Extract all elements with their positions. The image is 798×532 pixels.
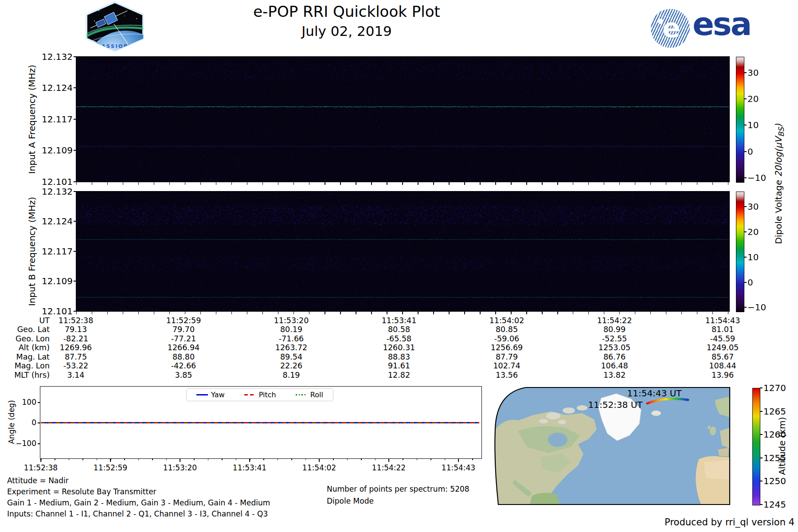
colorbar-tick-label: 20 xyxy=(747,227,759,236)
axis-tick-label: 11:52:59 xyxy=(84,463,137,472)
axis-tick-label: 12.117 xyxy=(35,247,73,256)
ephemeris-cell: 8.19 xyxy=(251,371,331,379)
spectrogram-a-canvas xyxy=(76,57,729,182)
quicklook-figure: CASSIOPE e-POP RRI Quicklook Plot July 0… xyxy=(0,0,798,532)
esa-logo-icon: e xyxy=(651,9,690,48)
ephemeris-cell: 13.82 xyxy=(575,371,654,379)
esa-logo-e: e xyxy=(662,12,681,43)
page-title: e-POP RRI Quicklook Plot xyxy=(169,3,524,20)
colorbar-tick-label: 0 xyxy=(747,147,753,156)
pitch-line-swatch-icon xyxy=(244,394,256,395)
legend-label: Roll xyxy=(310,391,323,399)
table-row: Geo. Lat 79.13 79.70 80.19 80.58 80.85 8… xyxy=(0,325,798,334)
altitude-colorbar-label: Altitude (km) xyxy=(777,417,787,475)
ephemeris-cell: 3.14 xyxy=(36,371,116,379)
ephemeris-cell: 79.70 xyxy=(144,325,223,334)
mode-note: Dipole Mode xyxy=(327,497,374,505)
table-row: Geo. Lon -82.21 -77.21 -71.66 -65.58 -59… xyxy=(0,334,798,344)
ephemeris-cell: 3.85 xyxy=(144,371,223,379)
ephemeris-cell: 106.48 xyxy=(575,361,654,370)
axis-tick-label: 12.132 xyxy=(35,187,73,196)
plot-date: July 02, 2019 xyxy=(169,23,524,39)
table-row: Alt (km) 1269.96 1266.94 1263.72 1260.31… xyxy=(0,343,798,352)
ephemeris-cell: -52.55 xyxy=(575,334,654,343)
axis-tick-label: 11:54:02 xyxy=(293,463,346,472)
track-start-label: 11:52:38 UT xyxy=(588,399,643,410)
ephemeris-cell: 1253.05 xyxy=(575,343,654,352)
ephemeris-cell: 88.83 xyxy=(359,352,439,361)
legend-label: Yaw xyxy=(211,391,224,399)
axis-tick-label: 12.101 xyxy=(35,177,73,186)
ground-track-map: 11:54:43 UT 11:52:38 UT xyxy=(491,387,731,505)
ephemeris-cell: -42.66 xyxy=(144,361,223,370)
colorbar-tick-label: 30 xyxy=(747,68,759,77)
colorbar-tick-label: 30 xyxy=(747,202,759,211)
colorbar-tick-label: 0 xyxy=(747,278,753,287)
colorbar-tick-label: 1265 xyxy=(763,407,786,416)
axis-tick-label: 12.101 xyxy=(35,307,73,316)
colorbar-tick-label: 20 xyxy=(747,94,759,103)
yaw-line-swatch-icon xyxy=(196,394,208,395)
ephemeris-cell: 87.75 xyxy=(36,352,116,361)
axis-tick-label: 11:53:41 xyxy=(223,463,276,472)
ephemeris-cell: 11:52:59 xyxy=(144,316,223,325)
ephemeris-cell: -82.21 xyxy=(36,334,116,343)
ephemeris-cell: 11:53:20 xyxy=(251,316,331,325)
ephemeris-cell: 1263.72 xyxy=(251,343,331,352)
axis-tick-label: 12.132 xyxy=(35,52,73,61)
axis-tick-label: 11:54:43 xyxy=(432,463,485,472)
axis-tick-label: 12.124 xyxy=(35,83,73,92)
ephemeris-cell: 1260.31 xyxy=(359,343,439,352)
roll-line-swatch-icon xyxy=(296,394,307,395)
ephemeris-cell: 89.54 xyxy=(251,352,331,361)
x-minor-ticks xyxy=(76,312,729,314)
ephemeris-cell: 79.13 xyxy=(36,325,116,334)
ephemeris-cell: 11:54:43 xyxy=(683,316,763,325)
spectrogram-b-canvas xyxy=(76,192,729,311)
ephemeris-cell: -65.58 xyxy=(359,334,439,343)
points-note: Number of points per spectrum: 5208 xyxy=(327,485,469,493)
ephemeris-cell: 88.80 xyxy=(144,352,223,361)
ephemeris-cell: -77.21 xyxy=(144,334,223,343)
dipole-voltage-colorbar-label: Dipole Voltage 20log(μVBS) xyxy=(773,124,786,244)
ephemeris-cell: 13.96 xyxy=(683,371,763,379)
ephemeris-cell: 81.01 xyxy=(683,325,763,334)
ephemeris-cell: 11:54:02 xyxy=(467,316,547,325)
ephemeris-cell: 80.58 xyxy=(359,325,439,334)
legend-item-yaw: Yaw xyxy=(196,391,224,399)
ephemeris-cell: -71.66 xyxy=(251,334,331,343)
cassiope-mission-patch-icon: CASSIOPE xyxy=(81,1,149,52)
legend-item-pitch: Pitch xyxy=(244,391,276,399)
axis-tick-label: 11:53:20 xyxy=(153,463,207,472)
colorbar-a xyxy=(736,57,744,183)
colorbar-tick-label: 1250 xyxy=(763,477,786,485)
ephemeris-cell: 22.26 xyxy=(251,361,331,370)
angle-legend: Yaw Pitch Roll xyxy=(186,388,333,401)
inputs-note: Inputs: Channel 1 - I1, Channel 2 - Q1, … xyxy=(7,509,268,518)
legend-item-roll: Roll xyxy=(296,391,323,399)
colorbar-tick-label: −10 xyxy=(747,303,766,312)
altitude-colorbar xyxy=(752,388,760,505)
ephemeris-cell: -53.22 xyxy=(36,361,116,370)
produced-by-note: Produced by rri_ql version 4 xyxy=(665,517,794,528)
colorbar-tick-label: −10 xyxy=(747,173,766,182)
ephemeris-cell: 1269.96 xyxy=(36,343,116,352)
colorbar-tick-label: 10 xyxy=(747,121,759,129)
ephemeris-cell: 11:52:38 xyxy=(36,316,116,325)
axis-tick-label: 12.109 xyxy=(35,277,73,286)
table-row: UT 11:52:38 11:52:59 11:53:20 11:53:41 1… xyxy=(0,316,798,325)
ephemeris-cell: 80.99 xyxy=(575,325,654,334)
ephemeris-cell: -45.59 xyxy=(683,334,763,343)
colorbar-tick-label: 1245 xyxy=(763,500,786,509)
roll-line xyxy=(41,422,479,423)
axis-tick-label: 100 xyxy=(8,399,36,406)
gain-note: Gain 1 - Medium, Gain 2 - Medium, Gain 3… xyxy=(7,498,270,507)
attitude-note: Attitude = Nadir xyxy=(7,476,69,485)
axis-tick-label: 12.117 xyxy=(35,115,73,124)
ephemeris-cell: 87.79 xyxy=(467,352,547,361)
axis-tick-label: 11:52:38 xyxy=(14,463,67,472)
x-minor-ticks xyxy=(41,458,480,460)
axis-tick-label: 11:54:22 xyxy=(362,463,415,472)
table-row: Mag. Lat 87.75 88.80 89.54 88.83 87.79 8… xyxy=(0,352,798,362)
esa-wordmark: esa xyxy=(692,5,751,43)
